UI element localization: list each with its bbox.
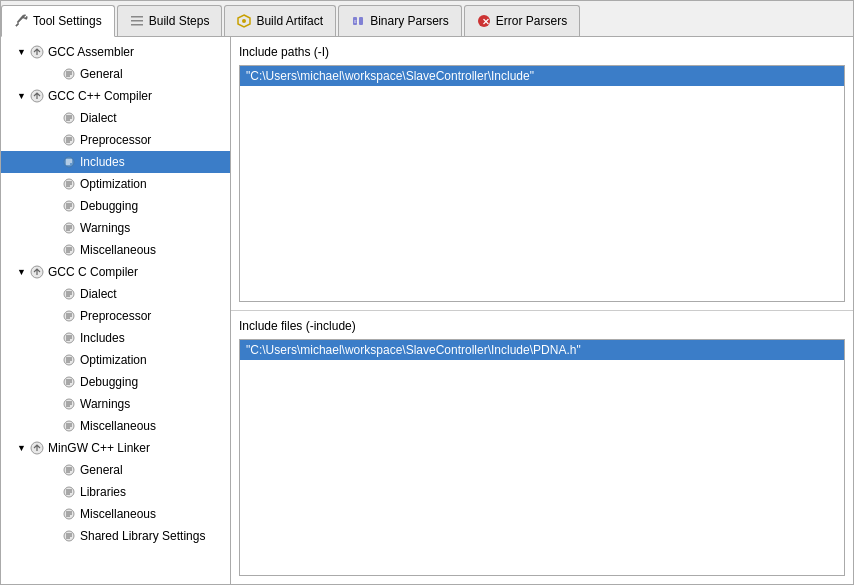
- gcc-c-preprocessor-label: Preprocessor: [80, 307, 151, 325]
- tree-item-mingw-shared-library[interactable]: Shared Library Settings: [1, 525, 230, 547]
- mingw-general-label: General: [80, 461, 123, 479]
- tree-group-mingw-cpp-linker[interactable]: ▼ MinGW C++ Linker: [1, 437, 230, 459]
- include-paths-section: Include paths (-I) "C:\Users\michael\wor…: [231, 37, 853, 311]
- mingw-libraries-icon: [61, 484, 77, 500]
- gcc-c-debugging-icon: [61, 374, 77, 390]
- gcc-cpp-compiler-icon: [29, 88, 45, 104]
- tab-error-parsers[interactable]: ✕ Error Parsers: [464, 5, 580, 36]
- gcc-cpp-warnings-label: Warnings: [80, 219, 130, 237]
- tab-build-artifact-label: Build Artifact: [256, 14, 323, 28]
- gcc-c-dialect-icon: [61, 286, 77, 302]
- gcc-cpp-debugging-label: Debugging: [80, 197, 138, 215]
- svg-rect-2: [131, 24, 143, 26]
- tab-binary-parsers-label: Binary Parsers: [370, 14, 449, 28]
- include-path-item-1[interactable]: "C:\Users\michael\workspace\SlaveControl…: [240, 66, 844, 86]
- tree-group-gcc-cpp-compiler[interactable]: ▼ GCC C++ Compiler: [1, 85, 230, 107]
- build-steps-icon: [130, 14, 144, 28]
- gcc-assembler-label: GCC Assembler: [48, 43, 134, 61]
- gcc-c-misc-icon: [61, 418, 77, 434]
- tab-binary-parsers[interactable]: 01 Binary Parsers: [338, 5, 462, 36]
- tree-item-mingw-libraries[interactable]: Libraries: [1, 481, 230, 503]
- tree-item-gcc-cpp-includes[interactable]: Includes: [1, 151, 230, 173]
- gcc-cpp-warnings-icon: [61, 220, 77, 236]
- tab-tool-settings[interactable]: Tool Settings: [1, 5, 115, 37]
- tab-build-steps-label: Build Steps: [149, 14, 210, 28]
- include-file-item-1[interactable]: "C:\Users\michael\workspace\SlaveControl…: [240, 340, 844, 360]
- gcc-cpp-debugging-icon: [61, 198, 77, 214]
- tab-build-steps[interactable]: Build Steps: [117, 5, 223, 36]
- gcc-cpp-optimization-icon: [61, 176, 77, 192]
- wrench-icon: [14, 14, 28, 28]
- gcc-asm-general-label: General: [80, 65, 123, 83]
- right-panel: Include paths (-I) "C:\Users\michael\wor…: [231, 37, 853, 584]
- expand-arrow-gcc-c: ▼: [17, 263, 29, 281]
- mingw-general-icon: [61, 462, 77, 478]
- gcc-c-optimization-icon: [61, 352, 77, 368]
- expand-arrow-gcc-cpp: ▼: [17, 87, 29, 105]
- tree-item-gcc-asm-general[interactable]: General: [1, 63, 230, 85]
- tree-item-gcc-c-dialect[interactable]: Dialect: [1, 283, 230, 305]
- mingw-cpp-linker-icon: [29, 440, 45, 456]
- binary-parsers-icon: 01: [351, 14, 365, 28]
- tab-build-artifact[interactable]: Build Artifact: [224, 5, 336, 36]
- gcc-c-includes-label: Includes: [80, 329, 125, 347]
- tree-item-gcc-c-miscellaneous[interactable]: Miscellaneous: [1, 415, 230, 437]
- build-artifact-icon: [237, 14, 251, 28]
- tab-error-parsers-label: Error Parsers: [496, 14, 567, 28]
- tab-bar: Tool Settings Build Steps Build Artifact: [1, 1, 853, 37]
- gcc-assembler-icon: [29, 44, 45, 60]
- mingw-miscellaneous-icon: [61, 506, 77, 522]
- tree-item-gcc-c-debugging[interactable]: Debugging: [1, 371, 230, 393]
- gcc-cpp-miscellaneous-label: Miscellaneous: [80, 241, 156, 259]
- tree-group-gcc-c-compiler[interactable]: ▼ GCC C Compiler: [1, 261, 230, 283]
- gcc-cpp-dialect-icon: [61, 110, 77, 126]
- gcc-c-compiler-label: GCC C Compiler: [48, 263, 138, 281]
- gcc-c-debugging-label: Debugging: [80, 373, 138, 391]
- tree-item-mingw-miscellaneous[interactable]: Miscellaneous: [1, 503, 230, 525]
- tree-item-mingw-general[interactable]: General: [1, 459, 230, 481]
- tree-item-gcc-cpp-preprocessor[interactable]: Preprocessor: [1, 129, 230, 151]
- mingw-shared-library-icon: [61, 528, 77, 544]
- gcc-cpp-optimization-label: Optimization: [80, 175, 147, 193]
- tree-item-gcc-cpp-optimization[interactable]: Optimization: [1, 173, 230, 195]
- svg-rect-6: [359, 17, 363, 25]
- gcc-cpp-misc-icon: [61, 242, 77, 258]
- gcc-c-miscellaneous-label: Miscellaneous: [80, 417, 156, 435]
- gcc-c-optimization-label: Optimization: [80, 351, 147, 369]
- tree-item-gcc-c-preprocessor[interactable]: Preprocessor: [1, 305, 230, 327]
- tree-item-gcc-cpp-warnings[interactable]: Warnings: [1, 217, 230, 239]
- svg-rect-0: [131, 16, 143, 18]
- mingw-shared-library-label: Shared Library Settings: [80, 527, 205, 545]
- include-files-section: Include files (-include) "C:\Users\micha…: [231, 311, 853, 584]
- gcc-c-dialect-label: Dialect: [80, 285, 117, 303]
- include-paths-title: Include paths (-I): [239, 45, 845, 59]
- include-files-list[interactable]: "C:\Users\michael\workspace\SlaveControl…: [239, 339, 845, 576]
- include-paths-list[interactable]: "C:\Users\michael\workspace\SlaveControl…: [239, 65, 845, 302]
- gcc-c-warnings-icon: [61, 396, 77, 412]
- tree-item-gcc-cpp-dialect[interactable]: Dialect: [1, 107, 230, 129]
- svg-text:✕: ✕: [481, 17, 489, 27]
- svg-point-4: [242, 19, 246, 23]
- tree-group-gcc-assembler[interactable]: ▼ GCC Assembler: [1, 41, 230, 63]
- mingw-cpp-linker-label: MinGW C++ Linker: [48, 439, 150, 457]
- gcc-c-preprocessor-icon: [61, 308, 77, 324]
- expand-arrow-mingw: ▼: [17, 439, 29, 457]
- gcc-cpp-includes-label: Includes: [80, 153, 125, 171]
- gcc-c-includes-icon: [61, 330, 77, 346]
- gcc-cpp-dialect-label: Dialect: [80, 109, 117, 127]
- tree-item-gcc-c-optimization[interactable]: Optimization: [1, 349, 230, 371]
- svg-rect-1: [131, 20, 143, 22]
- tree-item-gcc-cpp-miscellaneous[interactable]: Miscellaneous: [1, 239, 230, 261]
- tree-item-gcc-c-warnings[interactable]: Warnings: [1, 393, 230, 415]
- error-parsers-icon: ✕: [477, 14, 491, 28]
- gcc-c-warnings-label: Warnings: [80, 395, 130, 413]
- gcc-cpp-preprocessor-label: Preprocessor: [80, 131, 151, 149]
- gcc-cpp-includes-icon: [61, 154, 77, 170]
- tree-item-gcc-cpp-debugging[interactable]: Debugging: [1, 195, 230, 217]
- include-files-title: Include files (-include): [239, 319, 845, 333]
- main-window: Tool Settings Build Steps Build Artifact: [0, 0, 854, 585]
- tab-tool-settings-label: Tool Settings: [33, 14, 102, 28]
- tree-item-gcc-c-includes[interactable]: Includes: [1, 327, 230, 349]
- gcc-asm-general-icon: [61, 66, 77, 82]
- gcc-cpp-preprocessor-icon: [61, 132, 77, 148]
